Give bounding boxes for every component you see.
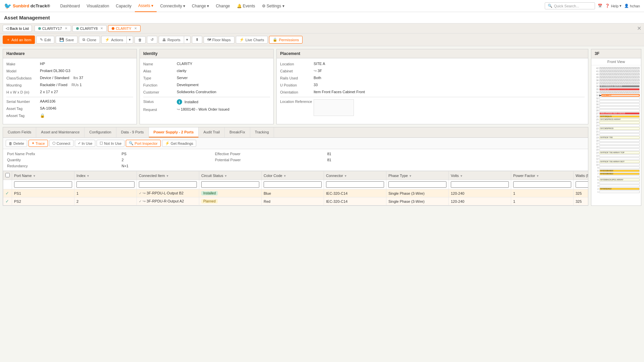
nav-reports[interactable]: Change <box>212 0 233 12</box>
share-btn[interactable]: ⬆ <box>192 36 202 44</box>
cabinet-arrow-icon: ↪ <box>314 69 317 73</box>
cabinet-row: 3 <box>593 184 640 187</box>
col-volts[interactable]: Volts ▼ <box>449 171 511 180</box>
tab-break-fix[interactable]: Break/Fix <box>225 127 250 137</box>
tab-custom-fields[interactable]: Custom Fields <box>3 127 36 137</box>
refresh-btn[interactable]: ↺ <box>147 36 157 44</box>
save-btn[interactable]: 💾 Save <box>56 36 77 44</box>
filter-volts[interactable] <box>451 181 509 188</box>
refresh-icon: ↺ <box>151 38 154 42</box>
table-filter-row <box>3 180 588 189</box>
filter-port-name[interactable] <box>14 181 72 188</box>
cabinet-row: 22NYCMSPROD <box>593 127 640 130</box>
permissions-btn[interactable]: 🔒 Permissions <box>269 36 303 44</box>
cabinet-row: 13 <box>593 154 640 157</box>
tab-tracking[interactable]: Tracking <box>250 127 274 137</box>
cabinet-row: 9 <box>593 166 640 169</box>
main-content: Hardware Make HP Model Proliant DL360 G3… <box>0 46 644 208</box>
quick-search[interactable]: 🔍 Quick Search... <box>545 2 595 9</box>
nav-events[interactable]: 🔔 Events <box>233 0 259 12</box>
actions-dropdown-btn[interactable]: ▾ <box>126 36 133 44</box>
hardware-panel-body: Make HP Model Proliant DL360 G3 Class/Su… <box>3 58 137 124</box>
col-index[interactable]: Index ▼ <box>74 171 137 180</box>
col-color-code[interactable]: Color Code ▼ <box>262 171 324 180</box>
col-connector[interactable]: Connector ▼ <box>324 171 386 180</box>
cabinet-row: 2NYWSDA02 <box>593 187 640 190</box>
reports-btn[interactable]: 🖶 Reports <box>159 36 184 44</box>
edit-btn[interactable]: ✎ Edit <box>36 36 54 44</box>
port-inspector-btn[interactable]: 🔍 Port Inspector <box>126 140 160 147</box>
nav-visualization[interactable]: Visualization <box>83 0 112 12</box>
live-charts-btn[interactable]: ⚡ Live Charts <box>236 36 268 44</box>
not-in-use-btn[interactable]: ☐ Not In Use <box>97 140 124 147</box>
select-all-checkbox[interactable] <box>5 173 10 177</box>
breadcrumb-tab-clarity17[interactable]: CLARITY17 ✕ <box>35 25 71 32</box>
filter-watts-n[interactable] <box>576 181 588 188</box>
col-power-factor[interactable]: Power Factor ▼ <box>511 171 574 180</box>
tab-configuration[interactable]: Configuration <box>85 127 116 137</box>
logo[interactable]: 🐦 Sunbird dcTrack® <box>4 2 50 10</box>
in-use-btn[interactable]: ✓ In Use <box>75 140 96 147</box>
floor-maps-btn[interactable]: 🗺 Floor Maps <box>204 36 234 44</box>
trace-btn[interactable]: ✦ Trace <box>29 140 48 147</box>
filter-power-factor[interactable] <box>513 181 571 188</box>
filter-connector[interactable] <box>326 181 384 188</box>
clone-btn[interactable]: ⧉ Clone <box>79 36 100 44</box>
delete-btn[interactable]: 🗑 <box>135 36 146 44</box>
breadcrumb-tab-clarity8[interactable]: CLARITY8 ✕ <box>72 25 107 32</box>
back-to-list-btn[interactable]: ◁ Back to List <box>3 25 32 32</box>
nav-assets[interactable]: Assets ▾ <box>135 0 157 12</box>
filter-color-code[interactable] <box>264 181 322 188</box>
tab-close-icon[interactable]: ✕ <box>65 26 67 30</box>
field-rails-used: Rails Used Both <box>280 76 585 80</box>
get-readings-btn[interactable]: ⚡ Get Readings <box>162 140 196 147</box>
close-panel-btn[interactable]: ✕ <box>637 25 641 32</box>
nav-capacity[interactable]: Capacity <box>112 0 135 12</box>
tab-data-ports[interactable]: Data - 9 Ports <box>116 127 149 137</box>
nav-change[interactable]: Change ▾ <box>189 0 212 12</box>
col-check[interactable] <box>3 171 12 180</box>
filter-index[interactable] <box>76 181 135 188</box>
user-btn[interactable]: 👤 hchan <box>624 4 640 8</box>
calendar-btn[interactable]: 📅 <box>598 4 602 8</box>
table-row[interactable]: ✓ PS2 2 ✓ ↪ 3F-RPDU-R·Output A2 Planned … <box>3 197 588 205</box>
breadcrumb-tab-clarity[interactable]: CLARITY ✕ <box>108 25 140 32</box>
nav-dashboard[interactable]: Dashboard <box>57 0 83 12</box>
connect-btn[interactable]: ⬡ Connect <box>49 140 73 147</box>
lock-icon: 🔒 <box>40 113 45 118</box>
not-in-use-icon: ☐ <box>100 141 103 145</box>
col-circuit-status[interactable]: Circuit Status ▼ <box>199 171 262 180</box>
filter-circuit-status[interactable] <box>201 181 259 188</box>
field-model: Model Proliant DL360 G3 <box>6 69 133 73</box>
field-make: Make HP <box>6 62 133 66</box>
field-location: Location SITE A <box>280 62 585 66</box>
filter-phase-type[interactable] <box>388 181 446 188</box>
placement-panel: Placement Location SITE A Cabinet ↪ 3F <box>276 49 588 124</box>
tab-power-supply[interactable]: Power Supply - 2 Ports <box>149 127 199 137</box>
logo-text: Sunbird dcTrack® <box>13 3 50 8</box>
tab-audit-trail[interactable]: Audit Trail <box>199 127 225 137</box>
col-connected-item[interactable]: Connected Item ▼ <box>137 171 199 180</box>
cabinet-row: 4 <box>593 181 640 184</box>
col-phase-type[interactable]: Phase Type ▼ <box>386 171 449 180</box>
nav-settings[interactable]: ⚙ Settings ▾ <box>259 0 288 12</box>
table-row[interactable]: ✓ PS1 1 ✓ ↪ 3F-RPDU-L·Output B2 Installe… <box>3 189 588 197</box>
cabinet-row: 12 <box>593 157 640 160</box>
reports-dropdown-btn[interactable]: ▾ <box>184 36 191 44</box>
trash-icon: 🗑 <box>138 38 142 42</box>
cabinet-row: 5NYS5BACKUP01 ARRAY <box>593 178 640 181</box>
nav-connectivity[interactable]: Connectivity ▾ <box>157 0 189 12</box>
cabinet-row: 31 <box>593 100 640 103</box>
help-btn[interactable]: ❓ Help ▾ <box>605 4 622 8</box>
tab-close-icon[interactable]: ✕ <box>134 26 137 30</box>
col-port-name[interactable]: Port Name ▼ <box>12 171 74 180</box>
actions-btn[interactable]: ⚡ Actions <box>101 36 126 44</box>
tab-asset-maintenance[interactable]: Asset and Maintenance <box>36 127 85 137</box>
filter-connected-item[interactable] <box>139 181 197 188</box>
ports-table-container[interactable]: Port Name ▼ Index ▼ Connected Item ▼ Cir… <box>3 171 588 205</box>
tab-close-icon[interactable]: ✕ <box>100 26 103 30</box>
delete-port-btn[interactable]: 🗑 Delete <box>6 140 27 147</box>
cabinet-row: 33▶CLARITY <box>593 94 640 97</box>
add-item-btn[interactable]: ＋ Add an Item <box>3 36 35 44</box>
col-watts-n[interactable]: Watts (N) ▼ <box>574 171 588 180</box>
